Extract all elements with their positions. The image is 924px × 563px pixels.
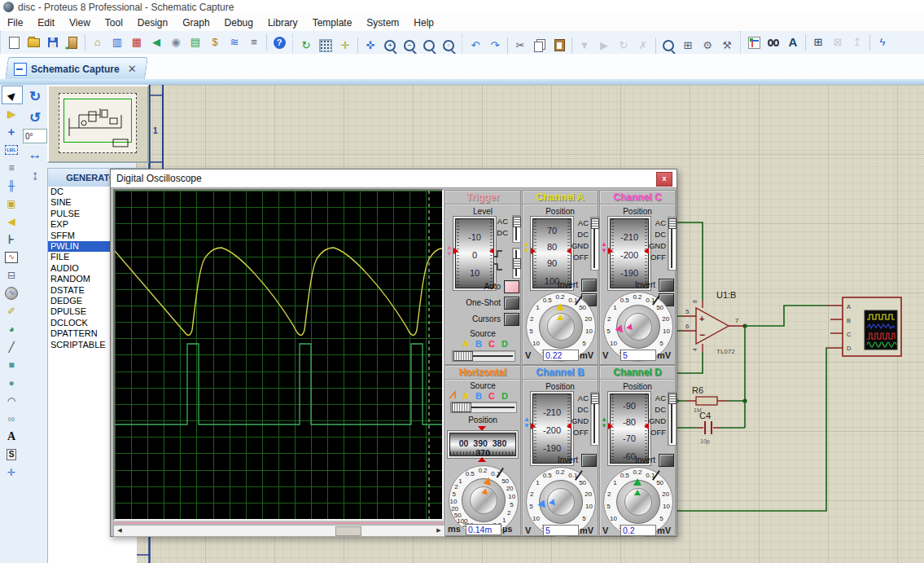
- dialog-close-button[interactable]: x: [656, 172, 672, 187]
- copy-button[interactable]: [531, 37, 549, 55]
- new-project-button[interactable]: [5, 33, 23, 51]
- capacitor-c4[interactable]: C4 10p: [697, 411, 720, 445]
- bill-of-materials-button[interactable]: $: [206, 33, 224, 51]
- scope-hscrollbar[interactable]: ◀ ▶: [113, 525, 445, 537]
- generator-mode[interactable]: ∿: [2, 284, 21, 301]
- pick-parts-button[interactable]: [659, 37, 677, 55]
- device-pin-mode[interactable]: ⊦: [2, 231, 21, 248]
- bitmap-generator-button[interactable]: ϟ: [874, 33, 891, 51]
- open-project-button[interactable]: [24, 33, 42, 51]
- junction-dot-mode[interactable]: +: [2, 123, 21, 140]
- channel_d-position-drum[interactable]: -90-80-70-60: [610, 394, 649, 464]
- menu-system[interactable]: System: [359, 15, 406, 31]
- trigger-auto-button[interactable]: [504, 280, 519, 293]
- cut-button[interactable]: ✂: [511, 37, 529, 55]
- current-probe-mode[interactable]: ◕: [2, 320, 21, 337]
- search-find-button[interactable]: [764, 33, 782, 51]
- horizontal-position-drum[interactable]: 00 390 380 370: [449, 433, 516, 456]
- channel_a-invert-button[interactable]: [581, 279, 597, 292]
- position-nudge-arrows[interactable]: ▲▼: [523, 416, 531, 429]
- trigger-coupling-switch[interactable]: [512, 215, 521, 243]
- new-sheet-button[interactable]: ⊞: [809, 33, 827, 51]
- undo-button[interactable]: ↶: [466, 37, 484, 55]
- channel_d-invert-button[interactable]: [659, 454, 674, 467]
- channel_c-invert-button[interactable]: [659, 279, 674, 292]
- arc-mode[interactable]: ◠: [2, 392, 21, 409]
- position-nudge-arrows[interactable]: ▲▼: [600, 241, 608, 254]
- voltage-probe-mode[interactable]: ✐: [2, 302, 21, 319]
- channel_c-coupling-switch-thumb[interactable]: [668, 218, 677, 229]
- component-mode[interactable]: ▶: [2, 105, 21, 122]
- trigger-source-slider-thumb[interactable]: [453, 351, 473, 361]
- pan-button[interactable]: ✜: [361, 37, 379, 55]
- menu-design[interactable]: Design: [130, 15, 175, 31]
- zoom-area-button[interactable]: ▫: [440, 37, 458, 55]
- origin-button[interactable]: ✛: [336, 37, 354, 55]
- selection-mode[interactable]: ▶: [2, 86, 23, 104]
- channel_a-value[interactable]: 0.22: [543, 350, 579, 361]
- import-project-button[interactable]: [63, 33, 81, 51]
- scroll-thumb[interactable]: [335, 526, 361, 536]
- path-mode[interactable]: ∞: [2, 410, 21, 427]
- channel_d-value[interactable]: 0.2: [620, 525, 656, 536]
- design-explorer-button[interactable]: ▤: [186, 33, 204, 51]
- channel_b-position-drum[interactable]: -210-200-190: [532, 394, 571, 464]
- channel_b-value[interactable]: 5: [543, 525, 579, 536]
- rotate-anticlockwise-button[interactable]: ↺: [25, 108, 45, 127]
- zoom-out-button[interactable]: −: [401, 37, 418, 55]
- menu-edit[interactable]: Edit: [30, 15, 62, 31]
- pcb-layout-button[interactable]: ▦: [128, 33, 146, 51]
- channel_c-value[interactable]: 5: [620, 350, 656, 361]
- channel_a-position-drum[interactable]: 708090100: [532, 218, 571, 288]
- opamp-u1b[interactable]: + − 5 6 7 8 4 U1:B TL072: [682, 290, 745, 355]
- terminal-mode[interactable]: ◀: [2, 213, 21, 230]
- graph-mode[interactable]: ∿: [2, 249, 21, 266]
- position-nudge-arrows[interactable]: ▲▼: [523, 241, 531, 254]
- text-mode[interactable]: A: [2, 428, 21, 445]
- wire-autorouter-button[interactable]: [745, 33, 763, 51]
- netlist-transfer-button[interactable]: ≡: [245, 33, 263, 51]
- save-project-button[interactable]: [44, 33, 62, 51]
- subcircuit-mode[interactable]: ▣: [2, 195, 21, 212]
- channel_c-position-drum[interactable]: -210-200-190: [610, 218, 649, 288]
- trigger-cursors-button[interactable]: [504, 313, 519, 326]
- mirror-horizontal-button[interactable]: ↔: [25, 145, 45, 165]
- overview-minimap[interactable]: [47, 85, 149, 163]
- circle-mode[interactable]: ●: [2, 374, 21, 391]
- make-device-button[interactable]: ⊞: [679, 37, 697, 55]
- horizontal-source-slider[interactable]: [450, 402, 517, 413]
- trigger-source-slider[interactable]: [452, 350, 515, 362]
- redo-button[interactable]: ↷: [486, 37, 504, 55]
- toggle-grid-button[interactable]: [317, 37, 335, 55]
- electrical-rule-check-button[interactable]: ≋: [226, 33, 243, 51]
- schematic-capture-button[interactable]: ▥: [108, 33, 126, 51]
- home-page-button[interactable]: ⌂: [89, 33, 107, 51]
- tab-close-icon[interactable]: ✕: [128, 63, 137, 75]
- scroll-right-icon[interactable]: ▶: [434, 526, 444, 534]
- paste-button[interactable]: [550, 37, 568, 55]
- position-nudge-arrows[interactable]: ▲▼: [600, 416, 608, 429]
- rotate-clockwise-button[interactable]: ↻: [25, 86, 45, 106]
- channel_a-coupling-switch-thumb[interactable]: [591, 218, 599, 229]
- position-nudge-arrows[interactable]: ▲▼: [445, 244, 453, 257]
- marker-mode[interactable]: ✛: [2, 464, 21, 481]
- property-assignment-button[interactable]: A: [784, 33, 802, 51]
- wires[interactable]: [676, 222, 828, 511]
- symbol-mode[interactable]: S: [2, 446, 21, 463]
- menu-help[interactable]: Help: [406, 15, 441, 31]
- buses-mode[interactable]: ╫: [2, 177, 21, 194]
- wire-label-mode[interactable]: LBL: [2, 141, 21, 158]
- resistor-r6[interactable]: R6 1M: [686, 385, 727, 413]
- tab-schematic-capture[interactable]: Schematic Capture ✕: [5, 57, 148, 80]
- tape-recorder-mode[interactable]: ⊟: [2, 266, 21, 284]
- line-mode[interactable]: ╱: [2, 338, 21, 355]
- menu-file[interactable]: File: [0, 15, 30, 31]
- channel_b-coupling-switch-thumb[interactable]: [591, 394, 599, 404]
- horizontal-source-slider-thumb[interactable]: [452, 402, 471, 412]
- menu-template[interactable]: Template: [305, 15, 360, 31]
- decompose-button[interactable]: ⚒: [718, 37, 736, 55]
- channel_c-coupling-switch[interactable]: [668, 217, 677, 271]
- rotation-angle-field[interactable]: [23, 129, 47, 143]
- menu-debug[interactable]: Debug: [217, 15, 261, 31]
- help-button[interactable]: ?: [270, 33, 288, 51]
